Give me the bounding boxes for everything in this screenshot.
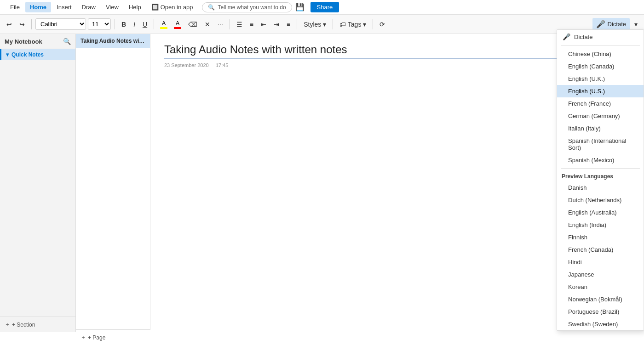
menu-view[interactable]: View	[101, 2, 123, 12]
tags-label: Tags	[348, 21, 362, 28]
menu-draw[interactable]: Draw	[77, 2, 100, 12]
note-item-title: Taking Audio Notes with ...	[80, 38, 145, 44]
save-status-icon[interactable]: 💾	[293, 2, 307, 12]
lang-finnish[interactable]: Finnish	[557, 231, 644, 243]
lang-dutch-netherlands[interactable]: Dutch (Netherlands)	[557, 194, 644, 206]
title-bar: File Home Insert Draw View Help 🔲 Open i…	[0, 0, 644, 15]
menu-file[interactable]: File	[6, 2, 24, 12]
transform-button[interactable]: ⟳	[377, 19, 388, 30]
font-color-button[interactable]: A	[172, 19, 184, 30]
menu-home[interactable]: Home	[25, 2, 51, 12]
lang-english-canada[interactable]: English (Canada)	[557, 60, 644, 73]
highlight-color-button[interactable]: A	[158, 19, 170, 30]
tell-me-input[interactable]: 🔍 Tell me what you want to do	[202, 2, 292, 12]
tags-button[interactable]: 🏷 Tags ▾	[337, 19, 369, 30]
dropdown-divider-1	[561, 45, 640, 46]
dictate-button[interactable]: 🎤 Dictate	[592, 18, 630, 30]
increase-indent-button[interactable]: ⇥	[271, 19, 282, 30]
microphone-icon: 🎤	[596, 20, 605, 28]
sidebar: My Notebook 🔍 ▾ Quick Notes ＋ + Section	[0, 34, 76, 332]
dictate-label: Dictate	[608, 21, 626, 28]
styles-button[interactable]: Styles ▾	[301, 19, 329, 30]
lang-english-uk[interactable]: English (U.K.)	[557, 73, 644, 85]
numbering-button[interactable]: ≡	[247, 19, 256, 30]
sidebar-bottom: ＋ + Section	[0, 317, 75, 332]
dictate-top-item[interactable]: 🎤 Dictate	[557, 30, 644, 44]
add-section-label: + Section	[12, 322, 35, 328]
toolbar-separator-5	[297, 19, 297, 29]
underline-button[interactable]: U	[140, 19, 150, 30]
sidebar-header: My Notebook 🔍	[0, 34, 75, 49]
font-color-bar	[174, 27, 181, 29]
sidebar-section-label: Quick Notes	[12, 51, 44, 58]
lang-english-india[interactable]: English (India)	[557, 219, 644, 231]
note-time: 17:45	[216, 62, 229, 68]
toolbar-separator-3	[154, 19, 154, 29]
sidebar-item-quick-notes[interactable]: ▾ Quick Notes	[0, 49, 75, 60]
sidebar-collapse-icon: ▾	[6, 51, 9, 58]
dictate-dropdown: 🎤 Dictate Chinese (China) English (Canad…	[557, 29, 644, 331]
font-color-icon: A	[176, 20, 180, 27]
highlight-color-bar	[160, 27, 167, 29]
lang-swedish-sweden[interactable]: Swedish (Sweden)	[557, 318, 644, 330]
toolbar-separator-4	[230, 19, 230, 29]
toolbar-separator-2	[115, 19, 115, 29]
eraser-button[interactable]: ⌫	[185, 19, 200, 30]
main-layout: My Notebook 🔍 ▾ Quick Notes ＋ + Section …	[0, 34, 644, 332]
top-right-actions: 💾 Share	[293, 2, 339, 12]
italic-button[interactable]: I	[131, 19, 138, 30]
share-button[interactable]: Share	[310, 2, 339, 12]
lang-french-france[interactable]: French (France)	[557, 97, 644, 110]
tags-icon: 🏷	[339, 21, 346, 28]
tell-me-label: Tell me what you want to do	[218, 4, 286, 11]
highlight-icon: A	[162, 20, 166, 27]
open-in-app-label: Open in app	[161, 4, 193, 11]
toolbar-separator-6	[333, 19, 333, 29]
font-family-selector[interactable]: Calibri	[35, 18, 86, 30]
menu-insert[interactable]: Insert	[52, 2, 76, 12]
lang-spanish-mexico[interactable]: Spanish (Mexico)	[557, 154, 644, 166]
lang-french-canada[interactable]: French (Canada)	[557, 243, 644, 256]
toolbar: ↩ ↪ Calibri 11 B I U A A ⌫ ✕ ··· ☰ ≡ ⇤ ⇥…	[0, 15, 644, 34]
add-section-button[interactable]: ＋ + Section	[5, 321, 35, 328]
preview-languages-header: Preview Languages	[557, 170, 644, 181]
bold-button[interactable]: B	[119, 19, 129, 30]
lang-german-germany[interactable]: German (Germany)	[557, 110, 644, 122]
dropdown-divider-2	[561, 168, 640, 169]
open-in-app-icon: 🔲	[151, 4, 159, 11]
dictate-dropdown-label: Dictate	[574, 34, 592, 40]
font-size-selector[interactable]: 11	[88, 18, 111, 30]
lang-danish[interactable]: Danish	[557, 181, 644, 194]
lang-portuguese-brazil[interactable]: Portuguese (Brazil)	[557, 305, 644, 318]
lang-hindi[interactable]: Hindi	[557, 256, 644, 268]
alignment-button[interactable]: ≡	[284, 19, 293, 30]
menu-help[interactable]: Help	[124, 2, 146, 12]
lang-norwegian-bokmal[interactable]: Norwegian (Bokmål)	[557, 293, 644, 305]
lang-korean[interactable]: Korean	[557, 281, 644, 293]
undo-button[interactable]: ↩	[4, 19, 15, 30]
lang-japanese[interactable]: Japanese	[557, 268, 644, 281]
decrease-indent-button[interactable]: ⇤	[258, 19, 269, 30]
lang-chinese-china[interactable]: Chinese (China)	[557, 48, 644, 60]
open-in-app-button[interactable]: 🔲 Open in app	[147, 2, 198, 12]
toolbar-separator-1	[31, 19, 32, 29]
more-button[interactable]: ···	[215, 19, 226, 30]
clear-format-button[interactable]: ✕	[202, 19, 213, 30]
toolbar-right: 🎤 Dictate ▾	[592, 18, 640, 30]
note-list-item[interactable]: Taking Audio Notes with ...	[76, 34, 150, 48]
toolbar-separator-7	[373, 19, 373, 29]
search-icon: 🔍	[208, 4, 215, 11]
notebook-title: My Notebook	[5, 38, 42, 45]
lang-english-us[interactable]: English (U.S.)	[557, 85, 644, 97]
dictate-dropdown-icon: 🎤	[563, 33, 570, 40]
lang-english-australia[interactable]: English (Australia)	[557, 206, 644, 219]
notes-list: Taking Audio Notes with ... ＋ + Page	[76, 34, 150, 332]
menu-bar: File Home Insert Draw View Help 🔲 Open i…	[4, 1, 341, 14]
lang-italian-italy[interactable]: Italian (Italy)	[557, 122, 644, 135]
sidebar-search-icon[interactable]: 🔍	[63, 38, 71, 45]
add-section-icon: ＋	[5, 321, 10, 328]
redo-button[interactable]: ↪	[17, 19, 28, 30]
dictate-expand-button[interactable]: ▾	[632, 19, 640, 30]
lang-spanish-international[interactable]: Spanish (International Sort)	[557, 135, 644, 154]
bullets-button[interactable]: ☰	[234, 19, 245, 30]
